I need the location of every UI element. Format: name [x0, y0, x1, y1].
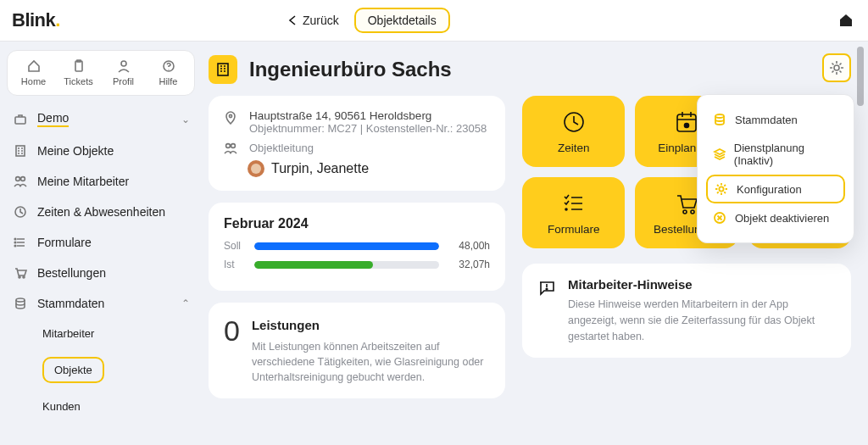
- nav-meine-objekte[interactable]: Meine Objekte: [7, 136, 195, 166]
- back-button[interactable]: Zurück: [287, 14, 339, 27]
- nav-label-active: Objekte: [42, 357, 104, 383]
- people-icon: [14, 175, 27, 188]
- avatar: [248, 160, 264, 177]
- home-button[interactable]: [837, 12, 854, 29]
- svg-point-12: [19, 276, 20, 278]
- building-icon: [215, 62, 231, 77]
- svg-point-29: [715, 114, 724, 118]
- services-count: 0: [224, 316, 240, 385]
- svg-point-9: [14, 238, 16, 240]
- gear-icon: [829, 60, 844, 75]
- page-header-title: Objektdetails: [368, 14, 437, 27]
- nav-formulare[interactable]: Formulare: [7, 227, 195, 258]
- brand-dot: .: [55, 9, 60, 31]
- nav-label: Formulare: [37, 236, 92, 249]
- nav-label: Kunden: [42, 400, 81, 413]
- cart-icon: [14, 266, 27, 280]
- main-content: Ingenieurbüro Sachs Hauptstraße 14, 9056…: [202, 42, 868, 445]
- arrow-left-icon: [287, 14, 299, 26]
- menu-label: Objekt deaktivieren: [735, 212, 829, 225]
- leader-name: Turpin, Jeanette: [271, 161, 369, 176]
- nav-label: Demo: [37, 111, 69, 127]
- page-header-pill: Objektdetails: [354, 8, 450, 33]
- leader-label: Objektleitung: [249, 142, 314, 154]
- menu-dienstplanung[interactable]: Dienstplanung (Inaktiv): [706, 134, 845, 175]
- back-label: Zurück: [303, 14, 339, 27]
- nav-demo[interactable]: Demo ⌄: [7, 103, 195, 136]
- object-badge: [209, 55, 237, 84]
- bar-fill: [254, 261, 373, 269]
- svg-rect-5: [16, 146, 25, 156]
- calendar-icon: [674, 109, 699, 135]
- nav-label: Zeiten & Abwesenheiten: [37, 205, 165, 219]
- svg-point-7: [21, 177, 25, 181]
- help-icon: [162, 59, 175, 73]
- menu-deaktivieren[interactable]: Objekt deaktivieren: [706, 203, 845, 232]
- home-icon: [837, 12, 854, 29]
- menu-konfiguration[interactable]: Konfiguration: [706, 175, 845, 203]
- svg-point-1: [121, 61, 126, 66]
- menu-stammdaten[interactable]: Stammdaten: [706, 105, 845, 134]
- chevron-down-icon: ⌄: [181, 114, 190, 125]
- nav-label: Mitarbeiter: [42, 327, 94, 340]
- nav-label: Meine Objekte: [37, 144, 114, 158]
- quicknav-label: Home: [21, 76, 46, 86]
- pin-icon: [224, 111, 237, 125]
- svg-rect-15: [218, 64, 228, 75]
- database-icon: [713, 113, 726, 126]
- svg-point-6: [16, 177, 20, 181]
- nav-bestellungen[interactable]: Bestellungen: [7, 258, 195, 288]
- hints-desc: Diese Hinweise werden Mitarbeitern in de…: [568, 297, 836, 344]
- subnav-kunden[interactable]: Kunden: [36, 392, 195, 421]
- nav-meine-mitarbeiter[interactable]: Meine Mitarbeiter: [7, 166, 195, 197]
- svg-rect-4: [15, 117, 25, 124]
- svg-rect-0: [75, 61, 82, 71]
- cart-icon: [674, 191, 699, 216]
- svg-point-10: [14, 242, 16, 243]
- services-card: 0 Leistungen Mit Leistungen können Arbei…: [209, 303, 505, 398]
- menu-label: Konfiguration: [737, 183, 802, 196]
- bar-value: 48,00h: [448, 240, 490, 252]
- month-card: Februar 2024 Soll 48,00h Ist 32,07h: [209, 203, 505, 291]
- clock-icon: [14, 205, 27, 219]
- tile-formulare[interactable]: Formulare: [522, 177, 625, 248]
- nav-stammdaten[interactable]: Stammdaten ⌃: [7, 288, 195, 319]
- hints-title: Mitarbeiter-Hinweise: [568, 277, 836, 292]
- services-title: Leistungen: [252, 318, 490, 332]
- menu-label: Dienstplanung (Inaktiv): [734, 142, 838, 167]
- bar-label: Soll: [224, 240, 246, 252]
- profile-icon: [117, 59, 131, 73]
- address-card: Hauptstraße 14, 90561 Heroldsberg Objekt…: [209, 96, 505, 191]
- bar-row-ist: Ist 32,07h: [224, 259, 490, 270]
- bar-value: 32,07h: [448, 259, 490, 270]
- quicknav-hilfe[interactable]: Hilfe: [147, 59, 191, 86]
- svg-point-30: [719, 186, 723, 191]
- meta-line: Objektnummer: MC27 | Kostenstellen-Nr.: …: [249, 122, 487, 135]
- settings-button[interactable]: [822, 53, 851, 82]
- people-icon: [224, 142, 237, 155]
- scrollbar-thumb[interactable]: [857, 47, 864, 106]
- quicknav-home[interactable]: Home: [12, 59, 56, 86]
- services-desc: Mit Leistungen können Arbeitszeiten auf …: [252, 339, 490, 385]
- nav-label: Bestellungen: [37, 266, 106, 280]
- quicknav-profil[interactable]: Profil: [102, 59, 146, 86]
- subnav-objekte[interactable]: Objekte: [36, 348, 195, 392]
- subnav-mitarbeiter[interactable]: Mitarbeiter: [36, 319, 195, 348]
- svg-point-18: [226, 144, 231, 148]
- svg-point-17: [229, 114, 231, 117]
- brand-name: Blink: [12, 9, 55, 31]
- clock-icon: [561, 109, 587, 135]
- bar-fill: [254, 242, 439, 250]
- address-line: Hauptstraße 14, 90561 Heroldsberg: [249, 109, 487, 122]
- brand-logo: Blink.: [12, 9, 60, 31]
- quicknav-tickets[interactable]: Tickets: [57, 59, 101, 86]
- message-alert-icon: [537, 279, 556, 298]
- tile-zeiten[interactable]: Zeiten: [522, 96, 625, 167]
- scrollbar-track[interactable]: [854, 42, 866, 445]
- nav-zeiten[interactable]: Zeiten & Abwesenheiten: [7, 197, 195, 227]
- settings-menu: Stammdaten Dienstplanung (Inaktiv) Konfi…: [697, 94, 854, 243]
- page-title: Ingenieurbüro Sachs: [249, 58, 452, 81]
- sidebar-nav: Demo ⌄ Meine Objekte Meine Mitarbeiter Z…: [7, 103, 195, 421]
- svg-point-19: [231, 144, 236, 148]
- bar-label: Ist: [224, 259, 246, 270]
